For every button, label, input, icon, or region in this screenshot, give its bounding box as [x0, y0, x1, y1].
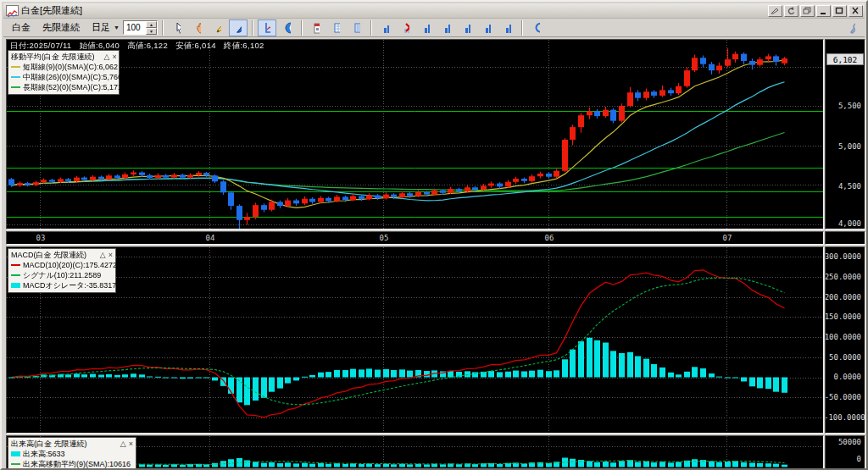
legend-row: 中期線(26)(0)(SMA)(C):5,766	[11, 72, 116, 82]
oscillator-swatch	[11, 283, 20, 288]
close-icon[interactable]: ×	[129, 439, 133, 449]
oscillator-label: MACDオシレータ:-35.8317	[23, 280, 116, 290]
macd-panel[interactable]: MACD(白金 先限連続)△× MACD(10)(20)(C):175.4272…	[6, 246, 824, 434]
compass-navigate-icon[interactable]	[278, 19, 297, 36]
sma-mid-swatch	[11, 76, 20, 78]
grid-large-icon[interactable]	[348, 19, 366, 36]
sma-long-swatch	[11, 86, 20, 88]
macd-canvas[interactable]	[7, 247, 823, 433]
close-button[interactable]	[849, 5, 863, 17]
chevron-down-icon: ▼	[114, 25, 120, 30]
toolbar-separator	[252, 20, 253, 36]
spinner-down-icon[interactable]: ▼	[146, 28, 157, 35]
chart-content: 日付:2025/07/11始値:6,040高値:6,122安値:6,014終値:…	[3, 37, 868, 470]
toolbar-separator	[301, 20, 303, 36]
volume-ma9-label: 出来高移動平均(9)(SMA):10616	[23, 459, 131, 469]
settings-wrench-icon[interactable]	[843, 19, 861, 36]
signal-line-label: シグナル(10):211.2589	[23, 270, 101, 280]
x-tick-05: 05	[374, 234, 394, 242]
window-title: 白金[先限連続]	[21, 4, 82, 17]
sma-short-swatch	[11, 66, 20, 68]
chart-app-icon	[6, 5, 19, 16]
axis-corner-box	[825, 231, 865, 245]
pen-line-icon[interactable]	[229, 19, 248, 36]
info-date: 日付:2025/07/11	[10, 41, 71, 50]
layout-chart-3-icon[interactable]: 3	[458, 19, 476, 36]
volume-legend-title: 出来高(白金 先限連続)	[11, 439, 118, 449]
collapse-icon[interactable]: △	[100, 250, 106, 260]
y-tick-5000: 5,000	[825, 142, 861, 151]
bar-count-value[interactable]: 100	[124, 23, 146, 32]
macd-legend[interactable]: MACD(白金 先限連続)△× MACD(10)(20)(C):175.4272…	[8, 248, 116, 293]
remove-indicator-icon[interactable]	[397, 19, 415, 36]
axes-settings-icon[interactable]	[258, 19, 276, 36]
layout-chart-5-icon[interactable]: 5	[498, 19, 517, 36]
refresh-icon[interactable]	[527, 19, 546, 36]
select-cursor-icon[interactable]	[168, 19, 186, 36]
contract-label[interactable]: 先限連続	[37, 21, 85, 34]
current-price-tag: 6,102	[826, 53, 864, 65]
maximize-button[interactable]	[832, 5, 847, 17]
hand-pan-icon[interactable]	[188, 19, 207, 36]
volume-legend[interactable]: 出来高(白金 先限連続)△× 出来高:5633 出来高移動平均(9)(SMA):…	[8, 437, 136, 470]
timeframe-dropdown[interactable]: 日足▼	[86, 21, 121, 34]
close-icon[interactable]: ×	[112, 52, 116, 62]
time-axis-strip[interactable]: 03 04 05 06 07	[6, 231, 824, 245]
volume-ma9-swatch	[11, 463, 20, 465]
macd-tick-300: 300.0000	[825, 252, 861, 261]
main-price-axis[interactable]: 6,102 5,500 5,000 4,500 4,000	[825, 39, 865, 229]
volume-panel[interactable]: 出来高(白金 先限連続)△× 出来高:5633 出来高移動平均(9)(SMA):…	[6, 435, 824, 470]
volume-swatch	[11, 451, 20, 456]
grid-small-icon[interactable]	[327, 19, 346, 36]
x-tick-07: 07	[717, 234, 737, 242]
layout-chart-2-icon[interactable]: 2	[437, 19, 456, 36]
info-close: 終値:6,102	[224, 41, 264, 50]
minimize-button[interactable]	[816, 5, 831, 17]
info-high: 高値:6,122	[127, 41, 168, 50]
y-tick-4500: 4,500	[825, 182, 861, 191]
chart-type-menu-icon[interactable]	[376, 19, 395, 36]
spinner-up-icon[interactable]: ▲	[146, 21, 157, 28]
macd-tick-0: 0.0000	[825, 373, 861, 381]
bar-count-spinner[interactable]: 100 ▲▼	[123, 20, 158, 35]
period-calendar-icon[interactable]	[307, 19, 326, 36]
ma-legend[interactable]: 移動平均(白金 先限連続)△× 短期線(9)(0)(SMA)(C):6,062 …	[8, 50, 120, 95]
y-tick-4000: 4,000	[825, 219, 861, 228]
macd-line-label: MACD(10)(20)(C):175.4272	[23, 260, 117, 270]
legend-row: MACD(10)(20)(C):175.4272	[11, 260, 113, 270]
close-icon[interactable]: ×	[108, 250, 113, 260]
pencil-draw-icon[interactable]	[209, 19, 227, 36]
info-low: 安値:6,014	[175, 41, 216, 50]
macd-line-swatch	[11, 264, 20, 266]
macd-tick-100: 100.0000	[825, 333, 861, 341]
symbol-label[interactable]: 白金	[7, 21, 36, 34]
toolbar-separator	[521, 20, 523, 36]
collapse-icon[interactable]: △	[104, 52, 110, 62]
main-price-panel[interactable]: 日付:2025/07/11始値:6,040高値:6,122安値:6,014終値:…	[6, 39, 824, 229]
y-tick-5500: 5,500	[825, 102, 861, 110]
ma-legend-title: 移動平均(白金 先限連続)	[11, 52, 102, 62]
macd-tick-150: 150.0000	[825, 312, 861, 321]
volume-tick-50000: 50000	[825, 438, 861, 446]
sma-short-label: 短期線(9)(0)(SMA)(C):6,062	[23, 62, 118, 72]
sma-long-label: 長期線(52)(0)(SMA)(C):5,171	[23, 82, 122, 92]
toolbar: 白金 先限連続 日足▼ 100 ▲▼ 1 2 3 4 5	[3, 19, 865, 37]
macd-tick-200: 200.0000	[825, 293, 861, 301]
layout-chart-1-icon[interactable]: 1	[417, 19, 436, 36]
macd-legend-title: MACD(白金 先限連続)	[11, 250, 97, 260]
x-tick-03: 03	[31, 234, 51, 242]
volume-label: 出来高:5633	[23, 449, 65, 459]
toolbar-separator	[162, 20, 164, 36]
chart-window: 白金[先限連続] 白金 先限連続 日足▼ 100 ▲▼	[0, 0, 868, 470]
copy-window-icon[interactable]	[800, 5, 815, 17]
sync-icon[interactable]	[784, 5, 798, 17]
sma-mid-label: 中期線(26)(0)(SMA)(C):5,766	[23, 72, 122, 82]
macd-axis[interactable]: 300.0000 250.0000 200.0000 150.0000 100.…	[825, 246, 865, 434]
annotate-icon[interactable]	[768, 5, 782, 17]
legend-row: 出来高移動平均(9)(SMA):10616	[11, 459, 133, 469]
layout-chart-4-icon[interactable]: 4	[478, 19, 497, 36]
title-bar[interactable]: 白金[先限連続]	[3, 3, 865, 19]
candlestick-canvas[interactable]	[7, 40, 823, 229]
collapse-icon[interactable]: △	[120, 439, 126, 449]
volume-axis[interactable]: 50000 0	[825, 435, 865, 470]
